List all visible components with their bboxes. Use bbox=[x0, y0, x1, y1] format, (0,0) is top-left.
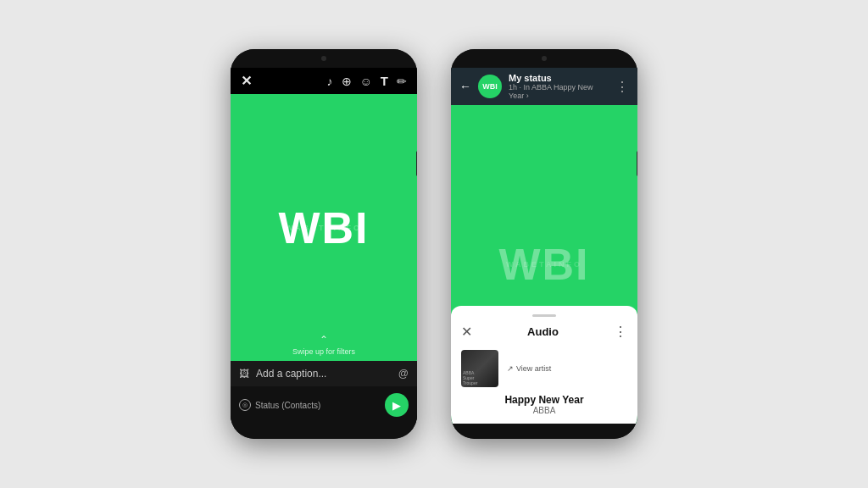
more-options-icon[interactable]: ⋮ bbox=[615, 79, 629, 95]
bottom-bezel-right bbox=[451, 424, 637, 439]
text-icon[interactable]: T bbox=[381, 74, 388, 88]
top-bezel bbox=[231, 49, 417, 68]
viewer-canvas: WBI WABETAINFO ✕ Audio ⋮ ABBASuperTroupe… bbox=[451, 105, 637, 424]
toolbar-icons: ♪ ⊕ ☺ T ✏ bbox=[327, 74, 407, 88]
status-info: My status 1h · In ABBA Happy New Year › bbox=[509, 73, 609, 100]
right-phone: ← WBI My status 1h · In ABBA Happy New Y… bbox=[451, 49, 637, 439]
status-subtitle: 1h · In ABBA Happy New Year › bbox=[509, 83, 609, 100]
close-icon[interactable]: ✕ bbox=[241, 73, 252, 89]
status-avatar: WBI bbox=[478, 75, 502, 98]
sheet-handle bbox=[532, 314, 556, 317]
external-link-icon: ↗ bbox=[507, 364, 514, 373]
audio-info: Happy New Year ABBA bbox=[461, 394, 627, 415]
status-contacts-label: Status (Contacts) bbox=[255, 401, 320, 410]
editor-canvas: WBI WABETAINFO ⌃ Swipe up for filters bbox=[231, 94, 417, 361]
side-button-right bbox=[637, 151, 637, 176]
caption-input[interactable]: Add a caption... bbox=[256, 368, 392, 380]
album-art-label: ABBASuperTrouper bbox=[463, 370, 477, 385]
swipe-hint-text: Swipe up for filters bbox=[292, 347, 355, 356]
back-icon[interactable]: ← bbox=[459, 80, 471, 93]
mention-icon[interactable]: @ bbox=[398, 368, 409, 380]
audio-content: ABBASuperTrouper ↗ View artist bbox=[461, 350, 627, 387]
album-art-image: ABBASuperTrouper bbox=[461, 350, 498, 387]
view-artist-button[interactable]: ↗ View artist bbox=[507, 364, 551, 373]
draw-icon[interactable]: ✏ bbox=[397, 75, 407, 88]
viewer-header: ← WBI My status 1h · In ABBA Happy New Y… bbox=[451, 68, 637, 105]
caption-bar[interactable]: 🖼 Add a caption... @ bbox=[231, 361, 417, 386]
watermark-right: WABETAINFO bbox=[506, 260, 582, 269]
right-screen: ← WBI My status 1h · In ABBA Happy New Y… bbox=[451, 68, 637, 424]
sheet-more-icon[interactable]: ⋮ bbox=[614, 324, 627, 340]
watermark-left: WABETAINFO bbox=[286, 224, 362, 232]
album-art: ABBASuperTrouper bbox=[461, 350, 498, 387]
bottom-bezel-left bbox=[231, 424, 417, 439]
music-icon[interactable]: ♪ bbox=[327, 75, 333, 88]
swipe-hint: ⌃ Swipe up for filters bbox=[231, 334, 417, 356]
sheet-close-icon[interactable]: ✕ bbox=[461, 324, 472, 340]
song-artist: ABBA bbox=[533, 406, 556, 415]
song-title: Happy New Year bbox=[504, 394, 583, 406]
status-circle-icon: ◎ bbox=[239, 399, 251, 411]
caption-image-icon: 🖼 bbox=[239, 368, 249, 380]
left-phone: ✕ ♪ ⊕ ☺ T ✏ WBI WABETAINFO ⌃ Swipe up fo… bbox=[231, 49, 417, 439]
send-button[interactable]: ▶ bbox=[385, 393, 409, 417]
emoji-icon[interactable]: ☺ bbox=[360, 75, 372, 88]
swipe-arrow-icon: ⌃ bbox=[320, 334, 328, 346]
top-bezel-right bbox=[451, 49, 637, 68]
audio-title: Audio bbox=[527, 325, 559, 338]
status-contacts-selector[interactable]: ◎ Status (Contacts) bbox=[239, 399, 320, 411]
sheet-header: ✕ Audio ⋮ bbox=[461, 324, 627, 340]
editor-bottom-bar: ◎ Status (Contacts) ▶ bbox=[231, 386, 417, 424]
status-title: My status bbox=[509, 73, 609, 83]
left-screen: ✕ ♪ ⊕ ☺ T ✏ WBI WABETAINFO ⌃ Swipe up fo… bbox=[231, 68, 417, 424]
audio-sheet: ✕ Audio ⋮ ABBASuperTrouper ↗ View artist bbox=[451, 306, 637, 424]
editor-toolbar: ✕ ♪ ⊕ ☺ T ✏ bbox=[231, 68, 417, 94]
view-artist-label: View artist bbox=[516, 364, 551, 373]
sticker-icon[interactable]: ⊕ bbox=[342, 75, 352, 88]
side-button-left bbox=[416, 151, 417, 176]
